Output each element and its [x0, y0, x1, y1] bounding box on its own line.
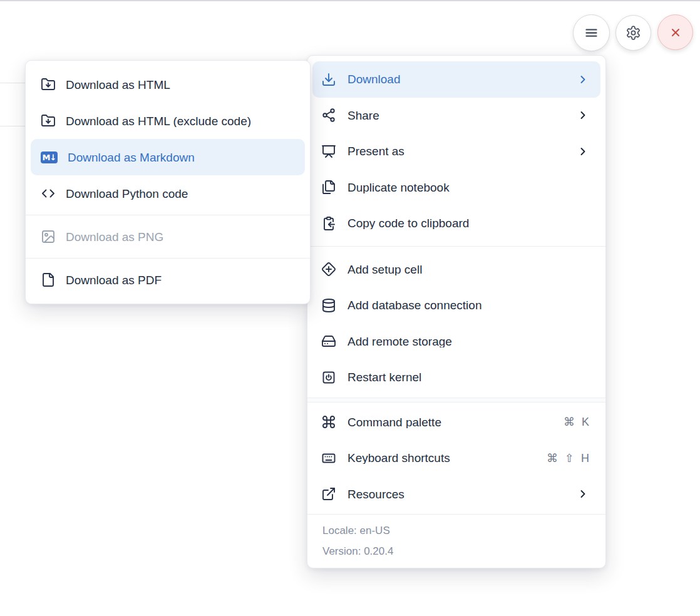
menu-item-add-setup-cell[interactable]: Add setup cell	[307, 252, 605, 288]
close-x-icon	[668, 25, 683, 40]
menu-item-download[interactable]: Download	[312, 61, 600, 98]
markdown-download-icon: M↓	[41, 150, 58, 165]
background-rule-line	[0, 83, 26, 83]
download-icon	[321, 72, 336, 87]
menu-item-label: Download as Markdown	[68, 151, 295, 163]
clipboard-copy-icon	[321, 216, 336, 231]
image-icon	[41, 229, 56, 244]
menu-separator	[26, 215, 310, 215]
menu-separator	[307, 246, 605, 247]
menu-item-label: Download as HTML	[66, 79, 295, 91]
locale-text: Locale: en-US	[322, 525, 590, 537]
settings-button[interactable]	[615, 15, 651, 51]
duplicate-pages-icon	[321, 180, 336, 195]
menu-item-resources[interactable]: Resources	[307, 476, 605, 513]
background-rule-line	[0, 126, 26, 126]
menu-item-share[interactable]: Share	[307, 98, 605, 134]
menu-item-duplicate-notebook[interactable]: Duplicate notebook	[307, 170, 605, 206]
hamburger-menu-icon	[583, 24, 600, 41]
gear-icon	[625, 25, 641, 41]
external-link-icon	[321, 486, 336, 501]
submenu-item-download-as-html[interactable]: Download as HTML	[26, 66, 310, 103]
menu-item-label: Resources	[347, 488, 565, 500]
menu-item-label: Command palette	[347, 416, 552, 428]
code-icon	[41, 186, 56, 201]
menu-item-add-database-connection[interactable]: Add database connection	[307, 287, 605, 324]
menu-item-label: Restart kernel	[347, 371, 589, 383]
menu-item-label: Download Python code	[66, 188, 295, 200]
hard-drive-icon	[321, 334, 336, 349]
menu-item-label: Download as HTML (exclude code)	[66, 115, 295, 127]
submenu-item-download-as-markdown[interactable]: M↓ Download as Markdown	[31, 139, 305, 175]
keyboard-icon	[321, 451, 336, 466]
close-button[interactable]	[657, 14, 693, 50]
menu-item-restart-kernel[interactable]: Restart kernel	[307, 359, 605, 396]
submenu-item-download-as-html-exclude-code[interactable]: Download as HTML (exclude code)	[26, 103, 310, 139]
power-square-icon	[321, 370, 336, 385]
keyboard-shortcut-hint: ⌘ ⇧ H	[547, 453, 589, 464]
menu-item-label: Download	[347, 73, 565, 85]
command-icon	[321, 414, 336, 429]
menu-item-label: Duplicate notebook	[347, 182, 589, 193]
menu-item-label: Share	[347, 110, 565, 121]
file-icon	[41, 272, 56, 287]
menu-item-present-as[interactable]: Present as	[307, 133, 605, 170]
menu-item-label: Add database connection	[347, 299, 589, 311]
download-submenu-panel: Download as HTML Download as HTML (exclu…	[25, 60, 311, 304]
menu-item-label: Add remote storage	[347, 336, 589, 347]
presentation-icon	[321, 144, 336, 159]
menu-item-command-palette[interactable]: Command palette ⌘ K	[307, 404, 605, 441]
menu-item-copy-code-to-clipboard[interactable]: Copy code to clipboard	[307, 205, 605, 242]
menu-item-label: Add setup cell	[347, 264, 589, 275]
share-icon	[321, 108, 336, 123]
database-icon	[321, 298, 336, 313]
keyboard-shortcut-hint: ⌘ K	[564, 416, 589, 428]
menu-item-label: Present as	[347, 145, 565, 157]
menu-item-keyboard-shortcuts[interactable]: Keyboard shortcuts ⌘ ⇧ H	[307, 440, 605, 476]
folder-down-icon	[41, 113, 56, 128]
menu-section-divider	[307, 398, 605, 403]
submenu-item-download-python-code[interactable]: Download Python code	[26, 175, 310, 212]
version-text: Version: 0.20.4	[322, 545, 590, 558]
menu-item-label: Download as PDF	[66, 274, 295, 286]
diamond-plus-icon	[321, 262, 336, 277]
menu-item-label: Download as PNG	[66, 231, 295, 243]
menu-item-add-remote-storage[interactable]: Add remote storage	[307, 324, 605, 360]
notebook-menu-button[interactable]	[573, 14, 610, 51]
chevron-right-icon	[577, 73, 589, 86]
window-top-border	[0, 0, 700, 1]
menu-item-label: Copy code to clipboard	[347, 217, 589, 229]
chevron-right-icon	[577, 145, 589, 158]
notebook-menu-panel: Download Share Present as Duplicate note…	[307, 55, 606, 568]
chevron-right-icon	[577, 109, 589, 121]
submenu-item-download-as-png: Download as PNG	[26, 218, 310, 255]
menu-item-label: Keyboard shortcuts	[347, 452, 535, 464]
folder-down-icon	[41, 77, 56, 92]
menu-separator	[26, 258, 310, 259]
submenu-item-download-as-pdf[interactable]: Download as PDF	[26, 262, 310, 298]
menu-footer: Locale: en-US Version: 0.20.4	[307, 514, 605, 568]
chevron-right-icon	[577, 488, 589, 500]
